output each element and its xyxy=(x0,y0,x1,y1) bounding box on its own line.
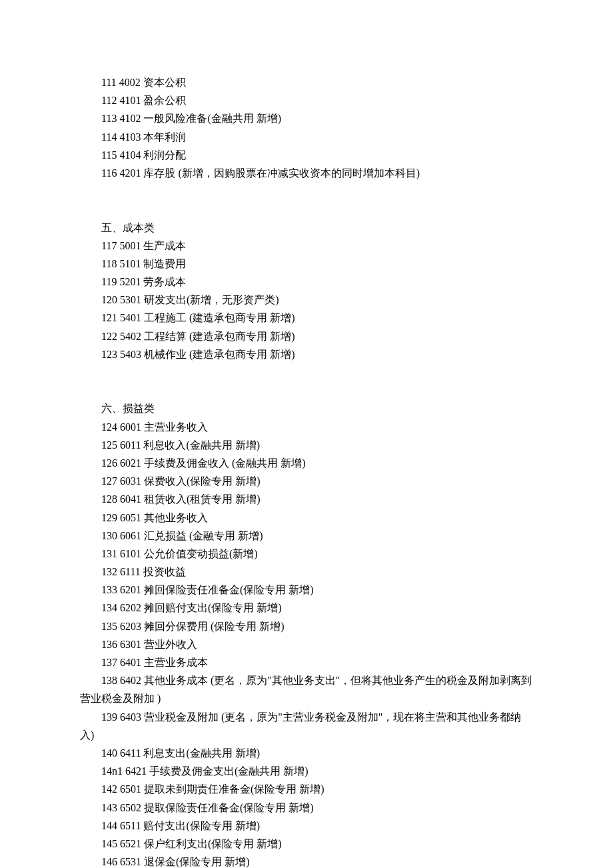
account-line: 133 6201 摊回保险责任准备金(保险专用 新增) xyxy=(80,581,533,599)
account-line: 112 4101 盈余公积 xyxy=(80,91,533,109)
account-line: 140 6411 利息支出(金融共用 新增) xyxy=(80,744,533,762)
account-line: 118 5101 制造费用 xyxy=(80,255,533,273)
account-line: 139 6403 营业税金及附加 (更名，原为"主营业务税金及附加"，现在将主营… xyxy=(80,708,533,744)
account-line: 129 6051 其他业务收入 xyxy=(80,509,533,527)
account-line: 138 6402 其他业务成本 (更名，原为"其他业务支出"，但将其他业务产生的… xyxy=(80,671,533,707)
account-line: 132 6111 投资收益 xyxy=(80,563,533,581)
account-line: 115 4104 利润分配 xyxy=(80,146,533,164)
section-heading-cost: 五、成本类 xyxy=(80,219,533,237)
account-line: 122 5402 工程结算 (建造承包商专用 新增) xyxy=(80,327,533,345)
account-line: 126 6021 手续费及佣金收入 (金融共用 新增) xyxy=(80,454,533,472)
section-heading-profitloss: 六、损益类 xyxy=(80,399,533,417)
spacer xyxy=(80,363,533,399)
account-line: 117 5001 生产成本 xyxy=(80,237,533,255)
account-line: 123 5403 机械作业 (建造承包商专用 新增) xyxy=(80,345,533,363)
account-line: 142 6501 提取未到期责任准备金(保险专用 新增) xyxy=(80,780,533,798)
account-line: 146 6531 退保金(保险专用 新增) xyxy=(80,853,533,868)
account-line: 131 6101 公允价值变动损益(新增) xyxy=(80,545,533,563)
account-line: 143 6502 提取保险责任准备金(保险专用 新增) xyxy=(80,799,533,817)
account-line: 14n1 6421 手续费及佣金支出(金融共用 新增) xyxy=(80,762,533,780)
account-line: 116 4201 库存股 (新增，因购股票在冲减实收资本的同时增加本科目) xyxy=(80,164,533,182)
account-line: 124 6001 主营业务收入 xyxy=(80,418,533,436)
account-line: 134 6202 摊回赔付支出(保险专用 新增) xyxy=(80,599,533,617)
account-line: 119 5201 劳务成本 xyxy=(80,273,533,291)
account-line: 128 6041 租赁收入(租赁专用 新增) xyxy=(80,490,533,508)
account-line: 111 4002 资本公积 xyxy=(80,73,533,91)
account-line: 137 6401 主营业务成本 xyxy=(80,653,533,671)
account-line: 144 6511 赔付支出(保险专用 新增) xyxy=(80,817,533,835)
spacer xyxy=(80,182,533,218)
account-line: 145 6521 保户红利支出(保险专用 新增) xyxy=(80,835,533,853)
account-line: 114 4103 本年利润 xyxy=(80,128,533,146)
account-line: 135 6203 摊回分保费用 (保险专用 新增) xyxy=(80,617,533,635)
account-line: 113 4102 一般风险准备(金融共用 新增) xyxy=(80,109,533,127)
account-line: 130 6061 汇兑损益 (金融专用 新增) xyxy=(80,527,533,545)
account-line: 136 6301 营业外收入 xyxy=(80,635,533,653)
account-line: 120 5301 研发支出(新增，无形资产类) xyxy=(80,291,533,309)
account-line: 127 6031 保费收入(保险专用 新增) xyxy=(80,472,533,490)
account-line: 121 5401 工程施工 (建造承包商专用 新增) xyxy=(80,309,533,327)
account-line: 125 6011 利息收入(金融共用 新增) xyxy=(80,436,533,454)
